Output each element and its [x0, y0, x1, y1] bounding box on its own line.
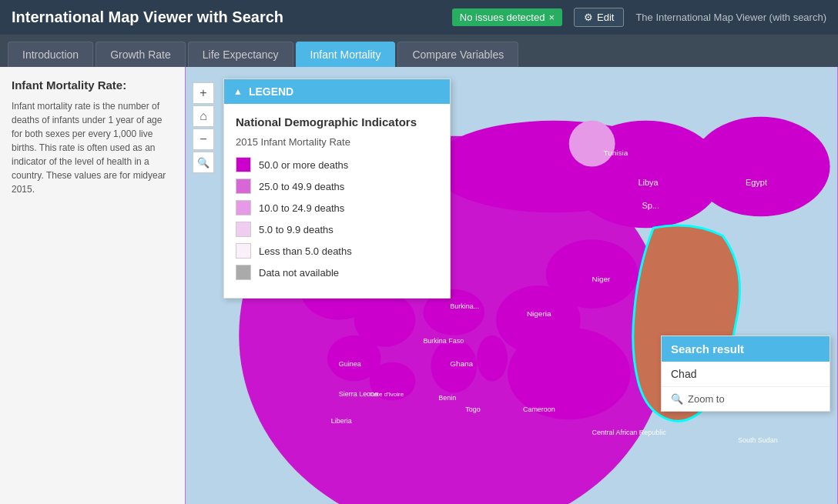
legend-sub-title: 2015 Infant Mortality Rate	[236, 136, 438, 148]
legend-content: National Demographic Indicators 2015 Inf…	[224, 104, 450, 298]
legend-item-label: Data not available	[259, 267, 339, 279]
legend-swatch	[236, 157, 251, 172]
tab-compare-variables[interactable]: Compare Variables	[397, 42, 518, 67]
svg-text:Sp...: Sp...	[642, 201, 659, 210]
app-title: International Map Viewer with Search	[12, 8, 441, 26]
tab-introduction[interactable]: Introduction	[8, 42, 93, 67]
legend-title: LEGEND	[249, 85, 293, 98]
sidebar: Infant Mortality Rate: Infant mortality …	[0, 67, 185, 504]
svg-text:Libya: Libya	[638, 178, 659, 187]
legend-item: Data not available	[236, 265, 438, 280]
zoom-icon: 🔍	[671, 393, 683, 405]
svg-text:Ghana: Ghana	[450, 359, 473, 368]
gear-icon: ⚙	[584, 12, 593, 23]
tab-bar: IntroductionGrowth RateLife ExpectancyIn…	[0, 35, 838, 67]
legend-main-title: National Demographic Indicators	[236, 115, 438, 129]
legend-item: 10.0 to 24.9 deaths	[236, 200, 438, 215]
edit-button[interactable]: ⚙ Edit	[574, 8, 624, 27]
sidebar-description: Infant mortality rate is the number of d…	[12, 99, 173, 196]
zoom-to-button[interactable]: 🔍 Zoom to	[662, 387, 830, 411]
search-map-button[interactable]: 🔍	[193, 152, 214, 173]
svg-text:Cote d'Ivoire: Cote d'Ivoire	[370, 391, 404, 398]
svg-point-5	[569, 121, 615, 167]
svg-point-12	[477, 335, 508, 382]
legend-header[interactable]: ▲ LEGEND	[224, 79, 450, 104]
map-controls: + ⌂ − 🔍	[193, 82, 214, 173]
tab-infant-mortality[interactable]: Infant Mortality	[296, 42, 396, 67]
no-issues-badge[interactable]: No issues detected ×	[452, 8, 562, 26]
legend-item: 5.0 to 9.9 deaths	[236, 222, 438, 237]
svg-text:South Sudan: South Sudan	[738, 436, 778, 444]
svg-text:Egypt: Egypt	[746, 178, 767, 187]
legend-panel: ▲ LEGEND National Demographic Indicators…	[223, 78, 451, 299]
search-result-panel: Search result Chad 🔍 Zoom to	[661, 335, 830, 412]
svg-text:Burkina...: Burkina...	[450, 302, 479, 310]
svg-point-4	[692, 117, 830, 217]
search-result-country: Chad	[662, 362, 830, 387]
search-icon: 🔍	[197, 157, 210, 169]
tab-growth-rate[interactable]: Growth Rate	[96, 42, 186, 67]
tab-life-expectancy[interactable]: Life Expectancy	[188, 42, 293, 67]
zoom-out-button[interactable]: −	[193, 129, 214, 150]
legend-items-container: 50.0 or more deaths 25.0 to 49.9 deaths …	[236, 157, 438, 280]
legend-swatch	[236, 265, 251, 280]
svg-text:Cameroon: Cameroon	[523, 406, 555, 413]
svg-text:Central African Republic: Central African Republic	[592, 429, 667, 436]
viewer-label: The International Map Viewer (with searc…	[635, 12, 826, 23]
legend-item: Less than 5.0 deaths	[236, 243, 438, 259]
legend-item: 50.0 or more deaths	[236, 157, 438, 172]
legend-swatch	[236, 243, 251, 259]
legend-swatch	[236, 179, 251, 194]
svg-text:Benin: Benin	[438, 394, 456, 402]
legend-swatch	[236, 222, 251, 237]
legend-item-label: 5.0 to 9.9 deaths	[259, 224, 334, 235]
legend-collapse-icon[interactable]: ▲	[233, 86, 243, 97]
svg-text:Liberia: Liberia	[331, 417, 352, 425]
svg-text:Burkina Faso: Burkina Faso	[423, 337, 464, 345]
legend-item: 25.0 to 49.9 deaths	[236, 179, 438, 194]
zoom-in-button[interactable]: +	[193, 82, 214, 104]
svg-text:Nigeria: Nigeria	[527, 309, 551, 318]
home-button[interactable]: ⌂	[193, 105, 214, 127]
home-icon: ⌂	[199, 109, 207, 123]
legend-item-label: 50.0 or more deaths	[259, 159, 348, 171]
zoom-label: Zoom to	[688, 393, 725, 405]
legend-item-label: 25.0 to 49.9 deaths	[259, 181, 344, 192]
svg-text:Niger: Niger	[592, 275, 611, 283]
legend-item-label: Less than 5.0 deaths	[259, 245, 352, 257]
map-container[interactable]: Sp... Tunisia Libya Egypt Mauritania Nig…	[185, 67, 838, 504]
svg-text:Togo: Togo	[465, 406, 480, 413]
no-issues-close-icon[interactable]: ×	[548, 12, 555, 23]
legend-swatch	[236, 200, 251, 215]
sidebar-title: Infant Mortality Rate:	[12, 78, 173, 92]
no-issues-label: No issues detected	[460, 12, 545, 23]
svg-text:Guinea: Guinea	[339, 360, 361, 368]
search-result-header: Search result	[662, 336, 830, 362]
legend-item-label: 10.0 to 24.9 deaths	[259, 202, 344, 214]
svg-text:Tunisia: Tunisia	[604, 149, 628, 157]
